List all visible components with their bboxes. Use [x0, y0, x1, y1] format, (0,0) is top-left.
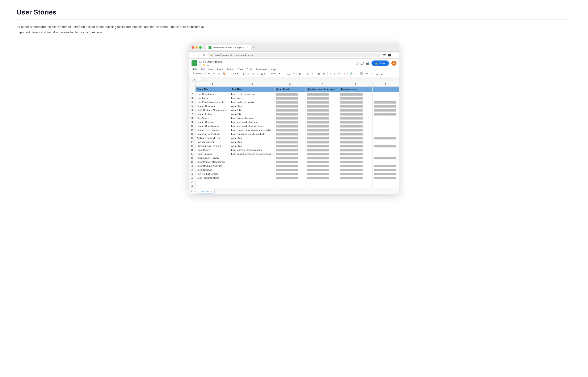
cell-11-c[interactable]: ████████████████	[275, 128, 306, 132]
cell-17-c[interactable]: ████████████████	[275, 152, 306, 156]
header-team-answers[interactable]: Team Answers	[339, 86, 372, 92]
cell-25-a[interactable]	[195, 184, 230, 188]
cell-24-c[interactable]	[275, 180, 306, 184]
cell-2-c[interactable]: ████████████████	[275, 92, 306, 96]
cell-24-a[interactable]	[195, 180, 230, 184]
scroll-right-icon[interactable]: ›	[396, 190, 397, 193]
cell-4-e[interactable]: ████████████████	[339, 100, 372, 104]
cell-21-f[interactable]: ████████████████	[372, 168, 399, 172]
italic-btn[interactable]: I	[303, 72, 305, 75]
cell-16-d[interactable]: ████████████████	[306, 148, 339, 152]
cell-11-d[interactable]: ████████████████	[306, 128, 339, 132]
cell-24-e[interactable]	[339, 180, 372, 184]
header-questions[interactable]: Questions and Concerns	[306, 86, 339, 92]
cell-4-a[interactable]: User Profile Management	[195, 100, 230, 104]
menu-edit[interactable]: Edit	[199, 67, 207, 71]
cell-19-d[interactable]: ████████████████	[306, 160, 339, 164]
cell-14-f[interactable]	[372, 140, 399, 144]
cell-4-d[interactable]: ████████████████	[306, 100, 339, 104]
cell-6-f[interactable]: ████████████████	[372, 108, 399, 112]
cell-20-b[interactable]	[230, 164, 274, 168]
col-header-e[interactable]: E	[339, 82, 372, 86]
cell-21-b[interactable]	[230, 168, 274, 172]
header-as-a-user[interactable]: As a User	[230, 86, 274, 92]
minimize-button[interactable]	[195, 46, 198, 49]
cell-3-d[interactable]: ████████████████	[306, 96, 339, 100]
folder-icon[interactable]: 📁	[202, 63, 205, 66]
cell-10-f[interactable]	[372, 124, 399, 128]
forward-button[interactable]: →	[196, 53, 201, 57]
cell-13-b[interactable]: As a Client	[230, 136, 274, 140]
cell-17-e[interactable]: ████████████████	[339, 152, 372, 156]
zoom-select[interactable]: 100% ▾	[230, 72, 239, 75]
cell-13-a[interactable]: Adding Products to Cart	[195, 136, 230, 140]
cell-20-d[interactable]: ████████████████	[306, 164, 339, 168]
cell-9-a[interactable]: Product Reviews	[195, 120, 230, 124]
cell-25-f[interactable]	[372, 184, 399, 188]
col-header-a[interactable]: A	[195, 82, 230, 86]
cell-23-b[interactable]	[230, 176, 274, 180]
cell-11-e[interactable]: ████████████████	[339, 128, 372, 132]
cell-23-e[interactable]: ████████████████	[339, 176, 372, 180]
cell-16-c[interactable]: ████████████████	[275, 148, 306, 152]
cell-19-f[interactable]	[372, 160, 399, 164]
header-other-details[interactable]: Other Details	[275, 86, 306, 92]
cell-4-f[interactable]: ████████████████	[372, 100, 399, 104]
url-bar[interactable]: 🔒 https://docs.google.com/spreadsheets/	[208, 53, 381, 57]
cell-10-b[interactable]: I can view product specifications	[230, 124, 274, 128]
user-story-tab[interactable]: User story ▾	[198, 189, 215, 193]
valign-btn[interactable]: ↕	[333, 72, 336, 75]
cell-15-f[interactable]: ████████████████	[372, 144, 399, 148]
merge-btn[interactable]: ⊞	[322, 72, 326, 75]
cell-reference-input[interactable]	[191, 78, 201, 82]
more-icon[interactable]: ⋮	[393, 53, 396, 57]
cell-2-a[interactable]: User Registration	[195, 92, 230, 96]
percent-btn[interactable]: %	[246, 72, 251, 75]
search-menus-btn[interactable]: 🔍 Menus	[192, 72, 204, 75]
profile-icon[interactable]	[383, 53, 386, 57]
cell-25-c[interactable]	[275, 184, 306, 188]
sheet-list-button[interactable]: ≡	[194, 190, 196, 193]
cell-7-f[interactable]: ████████████████	[372, 112, 399, 116]
undo-btn[interactable]: ↩	[207, 72, 211, 75]
cell-23-a[interactable]: Used Product Listings	[195, 176, 230, 180]
cell-16-a[interactable]: Order History	[195, 148, 230, 152]
cell-16-e[interactable]: ████████████████	[339, 148, 372, 152]
cell-22-d[interactable]: ████████████████	[306, 172, 339, 176]
cell-9-f[interactable]	[372, 120, 399, 124]
cell-20-e[interactable]: ████████████████	[339, 164, 372, 168]
cell-24-b[interactable]	[230, 180, 274, 184]
tab-close-icon[interactable]: ✕	[247, 47, 249, 49]
cell-13-d[interactable]: ████████████████	[306, 136, 339, 140]
cell-3-b[interactable]: I can log in	[230, 96, 274, 100]
cell-18-d[interactable]: ████████████████	[306, 156, 339, 160]
menu-help[interactable]: Help	[269, 67, 277, 71]
cell-25-d[interactable]	[306, 184, 339, 188]
cell-13-f[interactable]: ████████████████	[372, 136, 399, 140]
cloud-icon[interactable]: ☁	[207, 63, 209, 66]
cell-6-e[interactable]: ████████████████	[339, 108, 372, 112]
cell-5-e[interactable]: ████████████████	[339, 104, 372, 108]
cell-10-c[interactable]: ████████████████	[275, 124, 306, 128]
cell-12-d[interactable]: ████████████████	[306, 132, 339, 136]
cell-18-a[interactable]: Shipping and Delivery	[195, 156, 230, 160]
cell-2-e[interactable]: ████████████████	[339, 92, 372, 96]
cell-6-a[interactable]: Seller Boutique Management	[195, 108, 230, 112]
add-sheet-button[interactable]: +	[191, 189, 193, 193]
cell-15-c[interactable]: ████████████████	[275, 144, 306, 148]
font-select[interactable]: Defaul... ▾	[269, 72, 281, 75]
window-minimize-icon[interactable]: ⋯	[394, 46, 396, 49]
cell-24-f[interactable]	[372, 180, 399, 184]
back-button[interactable]: ←	[192, 53, 196, 57]
cell-12-f[interactable]	[372, 132, 399, 136]
header-story-title[interactable]: Story Title	[195, 86, 230, 92]
cell-3-e[interactable]: ████████████████	[339, 96, 372, 100]
cell-9-e[interactable]: ████████████████	[339, 120, 372, 124]
cell-9-c[interactable]: ████████████████	[275, 120, 306, 124]
wrap-btn[interactable]: ↵	[337, 72, 341, 75]
cell-6-b[interactable]: As a Seller	[230, 108, 274, 112]
align-btn[interactable]: ≡	[329, 72, 332, 75]
font-size-input[interactable]: 10	[286, 72, 291, 75]
cell-8-f[interactable]	[372, 116, 399, 120]
cell-14-b[interactable]: As a Client	[230, 140, 274, 144]
